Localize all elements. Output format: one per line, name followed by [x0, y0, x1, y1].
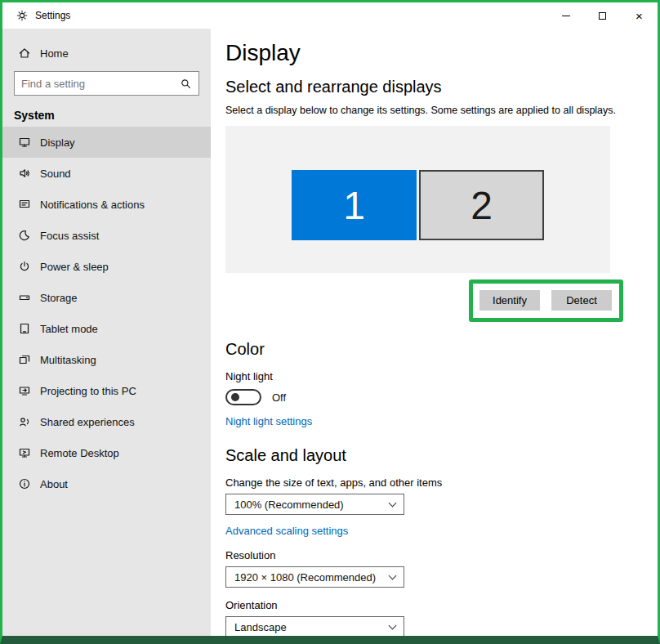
sidebar-item-notifications[interactable]: Notifications & actions — [2, 189, 211, 220]
home-icon — [18, 47, 31, 60]
resolution-label: Resolution — [225, 549, 658, 561]
sidebar-nav: Display Sound Notifications & actions — [2, 127, 211, 499]
sidebar-item-focus-assist[interactable]: Focus assist — [2, 220, 211, 251]
rearrange-heading: Select and rearrange displays — [225, 78, 658, 96]
maximize-button[interactable] — [584, 2, 621, 29]
chevron-down-icon — [389, 499, 397, 508]
sidebar-item-label: Power & sleep — [40, 261, 109, 273]
tablet-mode-icon — [18, 322, 31, 335]
night-light-label: Night light — [225, 370, 658, 382]
sidebar-item-multitasking[interactable]: Multitasking — [2, 344, 211, 375]
sidebar-section-title: System — [2, 99, 211, 127]
search-box — [14, 71, 199, 96]
scale-dropdown-value: 100% (Recommended) — [234, 499, 344, 511]
night-light-toggle-row: Off — [225, 389, 658, 405]
sidebar-item-power-sleep[interactable]: Power & sleep — [2, 251, 211, 282]
storage-icon — [18, 291, 31, 304]
sidebar-item-label: Shared experiences — [40, 416, 135, 428]
sidebar-item-label: Display — [40, 136, 75, 149]
identify-button[interactable]: Identify — [479, 290, 540, 311]
sidebar-item-label: Home — [40, 47, 69, 60]
sidebar-item-label: About — [40, 478, 68, 490]
sidebar-item-label: Tablet mode — [40, 323, 98, 335]
multitasking-icon — [18, 353, 31, 366]
sound-icon — [18, 167, 31, 180]
search-icon[interactable] — [180, 78, 192, 90]
monitor-2-number: 2 — [470, 183, 493, 228]
advanced-scaling-link[interactable]: Advanced scaling settings — [225, 525, 348, 537]
sidebar-item-display[interactable]: Display — [2, 127, 211, 158]
sidebar-item-label: Remote Desktop — [40, 447, 119, 459]
orientation-dropdown-value: Landscape — [234, 621, 287, 633]
color-section-heading: Color — [225, 340, 658, 359]
display-preview-area: 1 2 — [225, 126, 610, 273]
focus-assist-icon — [18, 229, 31, 242]
sidebar-item-home[interactable]: Home — [2, 38, 211, 68]
sidebar-item-storage[interactable]: Storage — [2, 282, 211, 313]
sidebar-item-sound[interactable]: Sound — [2, 158, 211, 189]
sidebar-item-about[interactable]: About — [2, 468, 211, 499]
power-icon — [18, 260, 31, 273]
resolution-dropdown[interactable]: 1920 × 1080 (Recommended) — [225, 566, 404, 588]
minimize-button[interactable] — [547, 2, 584, 29]
monitor-1-number: 1 — [343, 183, 365, 228]
close-icon: × — [635, 10, 643, 22]
sidebar-item-label: Notifications & actions — [40, 199, 145, 211]
page-title: Display — [225, 40, 658, 66]
notifications-icon — [18, 198, 31, 211]
scale-section-heading: Scale and layout — [225, 446, 658, 465]
minimize-icon — [562, 16, 570, 16]
sidebar-item-shared-experiences[interactable]: Shared experiences — [2, 406, 211, 437]
shared-experiences-icon — [18, 415, 31, 428]
night-light-state: Off — [272, 391, 286, 404]
sidebar-item-label: Sound — [40, 168, 71, 180]
green-highlight-annotation: Identify Detect — [469, 280, 623, 322]
sidebar-item-projecting[interactable]: Projecting to this PC — [2, 375, 211, 406]
remote-desktop-icon — [18, 446, 31, 459]
main-content: Display Select and rearrange displays Se… — [211, 29, 658, 636]
title-bar: Settings × — [2, 2, 658, 29]
sidebar-item-label: Storage — [40, 292, 78, 304]
toggle-knob — [231, 393, 239, 401]
window-controls: × — [547, 2, 658, 29]
scale-label: Change the size of text, apps, and other… — [225, 476, 658, 489]
sidebar-item-label: Focus assist — [40, 230, 99, 242]
about-icon — [18, 477, 31, 490]
sidebar: Home System Display — [2, 29, 211, 636]
chevron-down-icon — [389, 572, 397, 580]
orientation-label: Orientation — [225, 599, 658, 611]
maximize-icon — [599, 12, 606, 20]
display-icon — [18, 136, 31, 149]
sidebar-item-label: Multitasking — [40, 354, 96, 366]
sidebar-item-tablet-mode[interactable]: Tablet mode — [2, 313, 211, 344]
settings-window: Settings × Home System — [0, 0, 660, 644]
sidebar-item-remote-desktop[interactable]: Remote Desktop — [2, 437, 211, 468]
monitor-2[interactable]: 2 — [419, 170, 544, 240]
settings-gear-icon — [16, 10, 28, 21]
monitor-1[interactable]: 1 — [292, 170, 417, 240]
night-light-toggle[interactable] — [225, 389, 261, 405]
sidebar-item-label: Projecting to this PC — [40, 385, 136, 397]
projecting-icon — [18, 384, 31, 397]
detect-button[interactable]: Detect — [551, 290, 612, 311]
resolution-dropdown-value: 1920 × 1080 (Recommended) — [234, 571, 376, 584]
rearrange-description: Select a display below to change its set… — [225, 105, 658, 116]
chevron-down-icon — [389, 622, 397, 630]
close-button[interactable]: × — [621, 2, 658, 29]
orientation-dropdown[interactable]: Landscape — [225, 616, 404, 636]
search-input[interactable] — [21, 78, 180, 90]
window-title: Settings — [35, 10, 70, 21]
night-light-settings-link[interactable]: Night light settings — [225, 415, 312, 427]
scale-dropdown[interactable]: 100% (Recommended) — [225, 494, 404, 515]
identify-detect-row: Identify Detect — [225, 280, 610, 322]
